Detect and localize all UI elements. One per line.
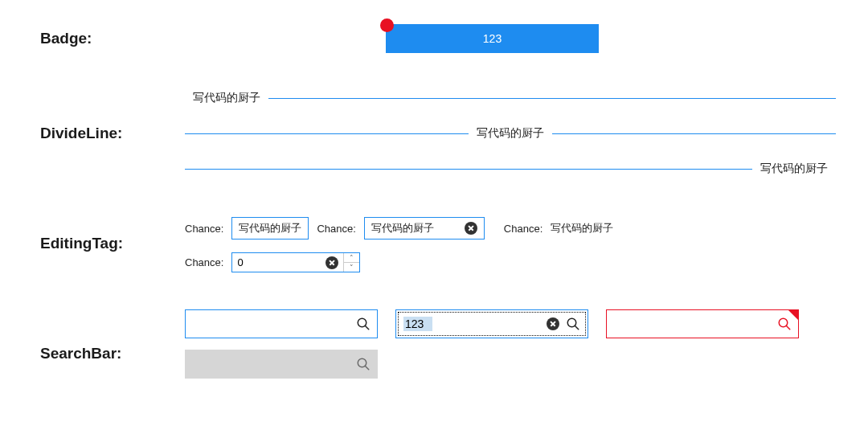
- tag-simple[interactable]: 写代码的厨子: [231, 217, 309, 240]
- close-icon[interactable]: [465, 222, 477, 235]
- section-label-editingtag: EditingTag:: [40, 235, 185, 252]
- tag-text: 写代码的厨子: [371, 221, 434, 235]
- tag-closable[interactable]: 写代码的厨子: [364, 217, 485, 240]
- divider-line: [552, 133, 836, 134]
- search-disabled: [185, 350, 378, 379]
- svg-line-7: [365, 366, 369, 370]
- close-icon[interactable]: [326, 256, 338, 269]
- clear-icon[interactable]: [547, 317, 559, 330]
- tag-text: 写代码的厨子: [239, 221, 301, 235]
- search-icon[interactable]: [356, 317, 371, 331]
- divider-text: 写代码的厨子: [469, 126, 552, 141]
- divider-text: 写代码的厨子: [752, 162, 836, 176]
- search-focused[interactable]: [395, 309, 588, 338]
- spinner: ˄ ˅: [343, 253, 359, 272]
- divider-line: [268, 98, 836, 99]
- search-input[interactable]: [613, 317, 777, 331]
- search-icon[interactable]: [777, 317, 792, 331]
- chevron-up-icon[interactable]: ˄: [344, 253, 359, 263]
- tag-plain: 写代码的厨子: [551, 221, 613, 235]
- section-label-badge: Badge:: [40, 30, 185, 47]
- badge-dot-icon: [380, 18, 394, 32]
- search-icon: [356, 357, 371, 371]
- search-input: [192, 357, 356, 371]
- section-label-divideline: DivideLine:: [40, 125, 185, 142]
- chevron-down-icon[interactable]: ˅: [344, 263, 359, 272]
- divider-right: 写代码的厨子: [185, 161, 836, 177]
- svg-line-3: [575, 326, 579, 330]
- number-tag[interactable]: ˄ ˅: [231, 252, 360, 272]
- search-input[interactable]: [192, 317, 356, 331]
- badge-button[interactable]: 123: [386, 24, 599, 53]
- divider-center: 写代码的厨子: [185, 125, 836, 141]
- divider-line: [185, 169, 752, 170]
- search-input[interactable]: [403, 317, 432, 331]
- search-default[interactable]: [185, 309, 378, 338]
- divider-left: 写代码的厨子: [185, 90, 836, 106]
- tag-label: Chance:: [185, 256, 223, 268]
- tag-label: Chance:: [504, 223, 542, 235]
- number-input[interactable]: [232, 253, 321, 272]
- tag-label: Chance:: [185, 223, 223, 235]
- badge-container: 123: [386, 24, 836, 53]
- search-icon[interactable]: [566, 317, 580, 331]
- svg-line-1: [365, 326, 369, 330]
- divider-text: 写代码的厨子: [185, 91, 268, 105]
- svg-line-5: [786, 326, 790, 330]
- section-label-searchbar: SearchBar:: [40, 345, 185, 362]
- tag-label: Chance:: [317, 223, 355, 235]
- search-error[interactable]: [606, 309, 799, 338]
- divider-line: [185, 133, 469, 134]
